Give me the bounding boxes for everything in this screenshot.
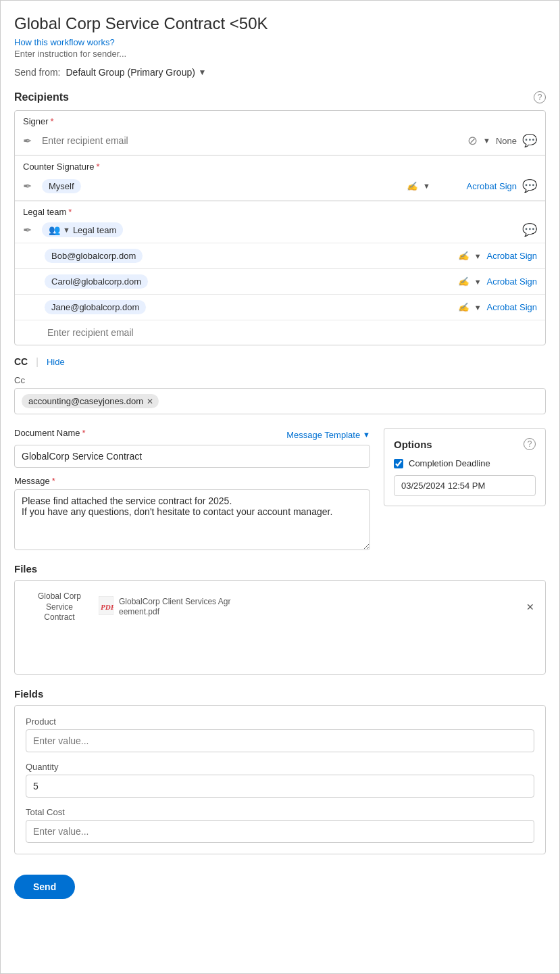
signer-row: ✒ ⊘ ▼ None 💬 [15, 126, 545, 155]
deadline-input[interactable] [394, 475, 536, 496]
fields-box: Product Quantity Total Cost [14, 705, 546, 854]
group-icon: 👥 [49, 224, 60, 235]
completion-deadline-checkbox[interactable] [394, 459, 403, 468]
recipients-title: Recipients [14, 91, 69, 103]
recipients-section-header: Recipients ? [14, 91, 546, 103]
doc-name-input[interactable] [14, 445, 370, 468]
product-input[interactable] [26, 729, 534, 752]
send-from-row: Send from: Default Group (Primary Group)… [14, 67, 546, 78]
signer-email-input[interactable] [42, 135, 462, 146]
legal-email-input[interactable] [47, 327, 537, 338]
file-name-block: Global Corp ServiceContract [26, 591, 93, 623]
doc-name-field-label: Document Name * [14, 428, 86, 438]
cc-label: CC [14, 356, 28, 367]
chevron-counter: ▼ [423, 182, 430, 190]
pen-icon-signer: ✒ [23, 135, 36, 147]
signer-required: * [51, 116, 54, 126]
legal-team-chip[interactable]: 👥 ▼ Legal team [42, 222, 123, 237]
product-label: Product [26, 716, 534, 727]
message-textarea[interactable]: Please find attached the service contrac… [14, 489, 370, 550]
sign-method-bob[interactable]: Acrobat Sign [487, 251, 537, 261]
doc-message-section: Document Name * Message Template ▼ Messa… [14, 428, 546, 552]
workflow-instruction: Enter instruction for sender... [14, 49, 546, 59]
legal-required: * [68, 207, 72, 217]
message-required: * [52, 476, 55, 486]
jane-chip: Jane@globalcorp.dom [45, 300, 146, 314]
comment-icon-legal[interactable]: 💬 [522, 222, 537, 237]
completion-deadline-row: Completion Deadline [394, 458, 536, 468]
cc-chip-accounting: accounting@caseyjones.dom ✕ [22, 394, 159, 408]
counter-signature-label-row: Counter Signature * [15, 155, 545, 172]
cc-chip-remove[interactable]: ✕ [147, 397, 153, 406]
chevron-template: ▼ [363, 431, 370, 439]
signer-label-row: Signer * [15, 111, 545, 126]
comment-icon-counter[interactable]: 💬 [522, 178, 537, 193]
chevron-bob: ▼ [474, 252, 482, 260]
options-help-icon[interactable]: ? [524, 438, 536, 450]
message-template-link[interactable]: Message Template ▼ [286, 430, 370, 440]
options-header: Options ? [394, 438, 536, 450]
cc-email: accounting@caseyjones.dom [28, 396, 143, 406]
cc-input-area[interactable]: accounting@caseyjones.dom ✕ [14, 388, 546, 414]
myself-chip[interactable]: Myself [42, 179, 81, 193]
file-item: Global Corp ServiceContract PDF GlobalCo… [26, 591, 534, 623]
total-cost-input[interactable] [26, 820, 534, 843]
recipients-help-icon[interactable]: ? [534, 91, 546, 103]
quantity-input[interactable] [26, 775, 534, 798]
files-box: Global Corp ServiceContract PDF GlobalCo… [14, 580, 546, 675]
field-group-quantity: Quantity [26, 762, 534, 798]
send-button[interactable]: Send [14, 875, 75, 899]
files-label: Files [14, 563, 546, 575]
chevron-jane: ▼ [474, 303, 482, 312]
sign-method-counter[interactable]: Acrobat Sign [436, 181, 517, 191]
cc-row: CC | Hide [14, 356, 546, 367]
message-label-text: Message [14, 476, 50, 486]
cc-sublabel: Cc [14, 375, 546, 385]
sign-method-carol[interactable]: Acrobat Sign [487, 276, 537, 287]
comment-icon-signer[interactable]: 💬 [522, 133, 537, 148]
acrobat-icon-carol: ✍ [458, 276, 469, 287]
chevron-carol: ▼ [474, 278, 482, 286]
block-icon-signer: ⊘ [467, 133, 478, 148]
file-name-text: Global Corp ServiceContract [38, 591, 81, 622]
pdf-icon: PDF [99, 596, 113, 618]
signer-label: Signer [23, 116, 49, 126]
carol-chip: Carol@globalcorp.dom [45, 274, 148, 289]
counter-signature-row: ✒ Myself ✍ ▼ Acrobat Sign 💬 [15, 172, 545, 201]
legal-team-chip-label: Legal team [73, 225, 116, 235]
page-title: Global Corp Service Contract <50K [14, 14, 546, 33]
right-column: Options ? Completion Deadline [384, 428, 546, 552]
left-column: Document Name * Message Template ▼ Messa… [14, 428, 370, 552]
legal-group-header: ✒ 👥 ▼ Legal team 💬 [15, 217, 545, 243]
files-section: Files Global Corp ServiceContract PDF Gl… [14, 563, 546, 675]
message-field-label: Message * [14, 476, 370, 486]
chevron-legal-chip: ▼ [63, 226, 70, 234]
doc-name-required: * [82, 428, 86, 438]
recipients-box: Signer * ✒ ⊘ ▼ None 💬 Counter Signature … [14, 110, 546, 345]
acrobat-icon-jane: ✍ [458, 302, 469, 312]
doc-name-label-text: Document Name [14, 428, 80, 438]
send-from-select[interactable]: Default Group (Primary Group) [66, 67, 209, 78]
bob-chip: Bob@globalcorp.dom [45, 249, 143, 263]
cc-hide-link[interactable]: Hide [47, 357, 65, 367]
legal-member-bob: Bob@globalcorp.dom ✍ ▼ Acrobat Sign [15, 243, 545, 269]
counter-signature-label: Counter Signature [23, 162, 95, 172]
cc-divider: | [36, 356, 39, 367]
pdf-filename-text: GlobalCorp Client Services Agreement.pdf [119, 597, 230, 617]
legal-member-jane: Jane@globalcorp.dom ✍ ▼ Acrobat Sign [15, 295, 545, 320]
fields-label: Fields [14, 688, 546, 700]
field-group-product: Product [26, 716, 534, 752]
file-remove-button[interactable]: ✕ [526, 602, 534, 612]
workflow-link[interactable]: How this workflow works? [14, 37, 546, 47]
chevron-signer: ▼ [483, 137, 490, 145]
svg-text:PDF: PDF [101, 603, 113, 611]
options-box: Options ? Completion Deadline [384, 428, 546, 506]
legal-member-carol: Carol@globalcorp.dom ✍ ▼ Acrobat Sign [15, 269, 545, 295]
legal-team-label-row: Legal team * [15, 201, 545, 217]
sign-method-jane[interactable]: Acrobat Sign [487, 302, 537, 312]
pen-icon-legal: ✒ [23, 224, 36, 237]
completion-deadline-label: Completion Deadline [409, 458, 490, 468]
counter-required: * [97, 162, 100, 172]
send-from-label: Send from: [14, 67, 60, 78]
legal-email-input-row [15, 320, 545, 345]
